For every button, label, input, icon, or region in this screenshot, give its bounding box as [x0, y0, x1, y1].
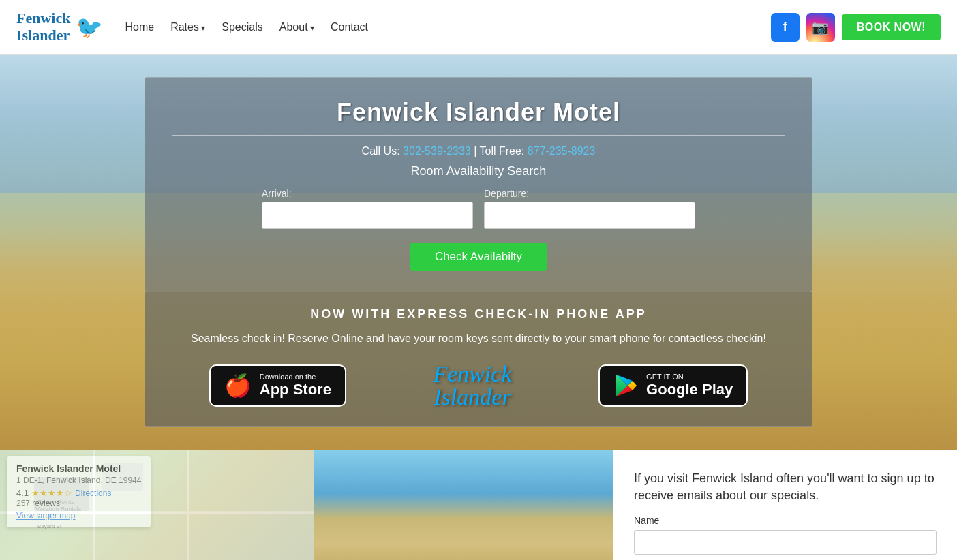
- photo-section: [314, 450, 613, 560]
- arrival-label: Arrival:: [262, 188, 292, 199]
- app-store-button[interactable]: 🍎 Download on the App Store: [209, 364, 346, 407]
- phone2-link[interactable]: 877-235-8923: [528, 145, 596, 157]
- app-description: Seamless check in! Reserve Online and ha…: [166, 330, 791, 347]
- app-section: NOW WITH EXPRESS CHECK-IN PHONE APP Seam…: [145, 292, 812, 427]
- signup-section: If you visit Fenwick Island often you'll…: [613, 450, 957, 560]
- departure-group: Departure:: [484, 188, 695, 229]
- photo-placeholder: [314, 450, 613, 560]
- departure-input[interactable]: [484, 202, 695, 229]
- google-play-main: Google Play: [646, 381, 733, 399]
- map-roads: Resort Pointe Vacation Rentals Bayard St: [0, 450, 314, 560]
- app-title: NOW WITH EXPRESS CHECK-IN PHONE APP: [166, 307, 791, 322]
- arrival-input[interactable]: [262, 202, 473, 229]
- google-play-icon: [613, 373, 638, 398]
- nav-specials[interactable]: Specials: [222, 21, 262, 33]
- app-store-sub: Download on the: [260, 373, 331, 381]
- map-placeholder: Resort Pointe Vacation Rentals Bayard St…: [0, 450, 314, 560]
- nav-contact[interactable]: Contact: [331, 21, 368, 33]
- book-now-button[interactable]: BOOK NOW!: [842, 14, 941, 40]
- check-availability-button[interactable]: Check Availabilty: [410, 243, 547, 271]
- nav-rates[interactable]: Rates: [170, 21, 205, 33]
- app-buttons-row: 🍎 Download on the App Store Fenwick Isla…: [166, 362, 791, 409]
- google-play-button[interactable]: GET IT ON Google Play: [598, 364, 748, 407]
- booking-card: Fenwick Islander Motel Call Us: 302-539-…: [145, 77, 812, 292]
- contact-info: Call Us: 302-539-2333 | Toll Free: 877-2…: [172, 145, 785, 157]
- hero-section: Fenwick Islander Motel Call Us: 302-539-…: [0, 55, 957, 450]
- nav-left: Fenwick Islander 🐦 Home Rates Specials A…: [16, 10, 368, 43]
- instagram-icon: 📷: [812, 19, 829, 35]
- nav-right: f 📷 BOOK NOW!: [771, 13, 941, 42]
- hero-content: Fenwick Islander Motel Call Us: 302-539-…: [0, 77, 957, 427]
- phone1-link[interactable]: 302-539-2333: [403, 145, 471, 157]
- hotel-title: Fenwick Islander Motel: [172, 98, 785, 127]
- departure-label: Departure:: [484, 188, 529, 199]
- nav-links: Home Rates Specials About Contact: [125, 21, 368, 33]
- app-store-text: Download on the App Store: [260, 373, 331, 399]
- svg-text:Bayard St: Bayard St: [37, 523, 62, 529]
- title-divider: [172, 135, 785, 136]
- svg-rect-9: [102, 463, 143, 491]
- app-store-main: App Store: [260, 381, 331, 399]
- instagram-button[interactable]: 📷: [806, 13, 835, 42]
- name-input[interactable]: [634, 530, 937, 555]
- bottom-section: Resort Pointe Vacation Rentals Bayard St…: [0, 450, 957, 560]
- logo: Fenwick Islander 🐦: [16, 10, 103, 43]
- search-title: Room Availability Search: [172, 164, 785, 178]
- google-play-sub: GET IT ON: [646, 373, 733, 381]
- app-section-logo: Fenwick Islander: [433, 362, 511, 409]
- logo-text: Fenwick Islander: [16, 10, 70, 43]
- navbar: Fenwick Islander 🐦 Home Rates Specials A…: [0, 0, 957, 55]
- apple-icon: 🍎: [224, 373, 252, 399]
- search-row: Arrival: Departure:: [172, 188, 785, 229]
- nav-about[interactable]: About: [279, 21, 314, 33]
- svg-text:Vacation Rentals: Vacation Rentals: [35, 505, 82, 512]
- facebook-button[interactable]: f: [771, 13, 800, 42]
- name-label: Name: [634, 515, 937, 526]
- nav-home[interactable]: Home: [125, 21, 154, 33]
- map-section: Resort Pointe Vacation Rentals Bayard St…: [0, 450, 314, 560]
- google-play-text: GET IT ON Google Play: [646, 373, 733, 399]
- svg-text:Resort Pointe: Resort Pointe: [37, 499, 75, 505]
- signup-title: If you visit Fenwick Island often you'll…: [634, 470, 937, 504]
- arrival-group: Arrival:: [262, 188, 473, 229]
- logo-bird-icon: 🐦: [76, 14, 103, 40]
